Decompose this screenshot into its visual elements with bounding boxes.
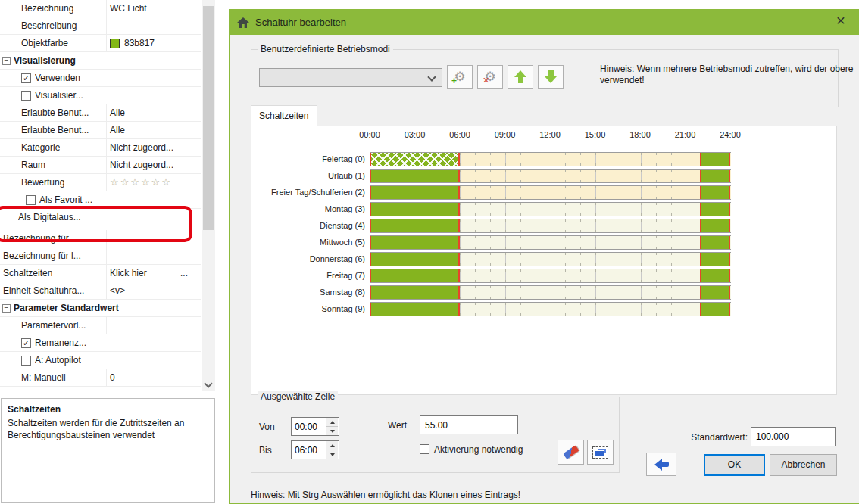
delete-betriebsmodus-button[interactable]: ⚙✕ <box>477 65 503 89</box>
description-title: Schaltzeiten <box>8 403 208 415</box>
activation-checkbox[interactable] <box>420 444 430 454</box>
schedule-track[interactable] <box>370 202 731 216</box>
schedule-segment[interactable] <box>370 236 460 249</box>
column-divider <box>106 157 107 173</box>
property-value[interactable]: Nicht zugeord... <box>110 160 173 170</box>
standardwert-input[interactable] <box>751 427 836 446</box>
von-up-icon[interactable] <box>326 418 338 427</box>
move-down-button[interactable] <box>538 65 564 89</box>
schedule-segment[interactable] <box>700 219 730 232</box>
scrollbar-thumb[interactable] <box>203 6 214 230</box>
dialog-titlebar[interactable]: Schaltuhr bearbeiten × <box>230 10 859 35</box>
property-value[interactable]: Alle <box>110 125 125 135</box>
schedule-track[interactable] <box>370 252 731 266</box>
property-label: Verwenden <box>35 73 80 83</box>
property-row: Visualisier... <box>0 87 201 104</box>
select-all-button[interactable] <box>587 440 614 465</box>
rating-stars[interactable]: ☆☆☆☆☆☆ <box>110 176 172 188</box>
property-row: Einheit Schaltuhra...<v> <box>0 282 201 300</box>
bis-down-icon[interactable] <box>326 450 338 459</box>
schedule-track[interactable] <box>370 169 731 183</box>
schedule-track[interactable] <box>370 219 731 233</box>
checkbox[interactable] <box>21 91 31 101</box>
time-tick-label: 18:00 <box>629 130 651 139</box>
property-value[interactable]: 83b817 <box>124 38 155 48</box>
property-row: Parametervorl... <box>0 317 201 334</box>
schedule-track[interactable] <box>370 302 731 316</box>
schedule-segment[interactable] <box>370 170 460 182</box>
schedule-segment[interactable] <box>700 286 730 299</box>
wert-label: Wert <box>388 420 407 431</box>
property-label: Parametervorl... <box>21 320 86 331</box>
property-value[interactable]: <v> <box>110 285 125 296</box>
schedule-segment[interactable] <box>700 186 730 199</box>
schedule-segment-selected[interactable] <box>370 153 460 166</box>
schedule-row: Samstag (8) <box>251 285 836 300</box>
schedule-segment[interactable] <box>370 203 460 216</box>
schedule-segment[interactable] <box>370 186 460 199</box>
time-tick-label: 21:00 <box>675 130 696 139</box>
schedule-segment[interactable] <box>700 253 730 266</box>
checkbox[interactable]: ✓ <box>21 338 31 348</box>
schedule-row-label: Freier Tag/Schulferien (2) <box>251 188 365 197</box>
checkbox[interactable] <box>5 213 14 222</box>
chevron-down-icon <box>427 73 436 81</box>
schedule-segment[interactable] <box>370 253 460 266</box>
schedule-segment[interactable] <box>700 236 730 249</box>
schedule-track[interactable] <box>370 269 731 283</box>
property-value[interactable]: 0 <box>110 372 115 383</box>
schedule-segment[interactable] <box>370 303 460 316</box>
property-value[interactable]: Klick hier <box>110 268 147 278</box>
schedule-segment[interactable] <box>700 203 730 216</box>
property-label: M: Manuell <box>21 372 66 383</box>
close-icon[interactable]: × <box>836 11 845 30</box>
color-swatch[interactable] <box>110 39 120 48</box>
schedule-row: Dienstag (4) <box>251 219 836 233</box>
bis-up-icon[interactable] <box>326 441 338 450</box>
property-label: Bezeichnung für ... <box>3 233 79 244</box>
checkbox[interactable]: ✓ <box>21 73 31 83</box>
undo-button[interactable] <box>646 453 676 476</box>
property-value[interactable]: WC Licht <box>110 3 147 14</box>
schedule-segment[interactable] <box>370 269 460 282</box>
betriebsmodi-dropdown[interactable] <box>259 68 442 87</box>
ok-button[interactable]: OK <box>704 454 765 476</box>
von-input[interactable] <box>292 418 326 435</box>
schedule-row: Sonntag (9) <box>251 302 836 316</box>
scrollbar-down-icon[interactable] <box>204 379 212 387</box>
property-grid-scrollbar[interactable] <box>202 0 215 391</box>
bis-stepper[interactable] <box>291 440 339 459</box>
property-value[interactable]: Alle <box>110 107 125 118</box>
schedule-segment[interactable] <box>370 219 460 232</box>
schedule-segment[interactable] <box>700 303 730 316</box>
von-down-icon[interactable] <box>326 427 338 435</box>
schedule-segment[interactable] <box>700 153 730 166</box>
schedule-segment[interactable] <box>370 286 460 299</box>
ellipsis-button[interactable]: ... <box>180 268 188 278</box>
bis-input[interactable] <box>292 441 326 459</box>
property-row: Bezeichnung für ... <box>0 230 201 247</box>
tab-schaltzeiten[interactable]: Schaltzeiten <box>251 105 317 126</box>
wert-input[interactable] <box>420 415 518 434</box>
schedule-track[interactable] <box>370 235 731 250</box>
checkbox[interactable] <box>21 356 31 366</box>
column-divider <box>106 122 107 138</box>
schedule-track[interactable] <box>370 185 731 200</box>
checkbox[interactable] <box>26 195 36 205</box>
schedule-track[interactable] <box>370 152 731 166</box>
collapse-icon[interactable]: − <box>2 57 11 65</box>
move-up-button[interactable] <box>508 65 533 89</box>
collapse-icon[interactable]: − <box>2 304 11 313</box>
time-tick-label: 00:00 <box>359 130 380 139</box>
property-row: Beschreibung <box>0 17 201 35</box>
erase-button[interactable] <box>558 440 584 465</box>
cancel-button[interactable]: Abbrechen <box>770 454 837 476</box>
add-betriebsmodus-button[interactable]: ⚙+ <box>447 65 473 89</box>
schedule-segment[interactable] <box>700 170 730 182</box>
schedule-track[interactable] <box>370 285 731 300</box>
property-row: RaumNicht zugeord... <box>0 157 201 174</box>
property-value[interactable]: Nicht zugeord... <box>110 142 173 153</box>
schedule-segment[interactable] <box>700 269 730 282</box>
column-divider <box>106 104 107 121</box>
von-stepper[interactable] <box>291 417 339 436</box>
